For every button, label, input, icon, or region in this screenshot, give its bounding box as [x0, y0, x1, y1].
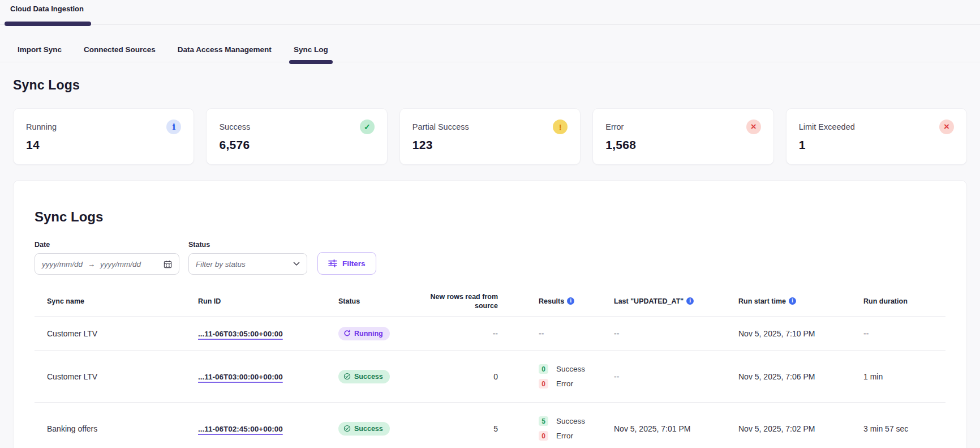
tab-label: Import Sync [18, 45, 62, 54]
card-label: Error [605, 122, 624, 131]
status-badge-label: Success [354, 425, 383, 433]
last-updated-cell: -- [614, 329, 738, 338]
info-icon[interactable]: i [567, 297, 574, 305]
refresh-icon [343, 330, 351, 337]
status-badge: Success [338, 370, 390, 383]
tab-data-access-management[interactable]: Data Access Management [178, 45, 272, 62]
filters-button[interactable]: Filters [317, 252, 376, 275]
success-count-label: Success [556, 417, 585, 425]
date-end-placeholder: yyyy/mm/dd [100, 260, 141, 268]
card-success: Success ✓ 6,576 [206, 108, 387, 165]
card-value: 14 [26, 138, 181, 152]
tab-label: Sync Log [294, 45, 328, 54]
app-tab-cloud-data-ingestion[interactable]: Cloud Data Ingestion [5, 5, 89, 13]
table-row: Customer LTV ...11-06T03:05:00+00:00 Run… [35, 317, 945, 351]
card-label: Success [219, 122, 250, 131]
card-label: Running [26, 122, 57, 131]
card-label: Limit Exceeded [799, 122, 855, 131]
last-updated-cell: -- [614, 372, 738, 381]
new-rows-cell: 5 [422, 424, 501, 433]
status-placeholder: Filter by status [196, 260, 246, 268]
status-badge: Running [338, 327, 390, 340]
check-icon: ✓ [360, 120, 375, 134]
date-filter-group: Date yyyy/mm/dd → yyyy/mm/dd [35, 241, 179, 275]
success-count-label: Success [556, 365, 585, 373]
tab-bar: Import Sync Connected Sources Data Acces… [0, 25, 980, 62]
error-count-chip: 0 [539, 379, 548, 389]
date-range-input[interactable]: yyyy/mm/dd → yyyy/mm/dd [35, 253, 179, 275]
run-start-cell: Nov 5, 2025, 7:02 PM [738, 424, 863, 433]
run-start-cell: Nov 5, 2025, 7:10 PM [738, 329, 863, 338]
sync-name-cell: Customer LTV [35, 329, 198, 338]
run-id-link[interactable]: ...11-06T03:00:00+00:00 [198, 373, 283, 381]
col-last-updated-label: Last "UPDATED_AT" [614, 297, 684, 305]
status-filter-label: Status [188, 241, 307, 249]
sliders-icon [328, 259, 337, 267]
run-duration-cell: 1 min [863, 372, 945, 381]
date-start-placeholder: yyyy/mm/dd [42, 260, 83, 268]
tab-active-indicator [289, 60, 333, 64]
status-filter-group: Status Filter by status [188, 241, 307, 275]
page-title: Sync Logs [13, 78, 980, 93]
warning-icon: ! [553, 120, 568, 134]
filters-row: Date yyyy/mm/dd → yyyy/mm/dd Status [35, 241, 945, 275]
sync-logs-panel: Sync Logs Date yyyy/mm/dd → yyyy/mm/dd [13, 180, 967, 448]
card-error: Error × 1,568 [592, 108, 773, 165]
status-badge-label: Success [354, 373, 383, 381]
table-row: Banking offers ...11-06T02:45:00+00:00 S… [35, 403, 945, 448]
status-badge-label: Running [354, 330, 383, 338]
card-value: 1,568 [605, 138, 760, 152]
col-results: Resultsi [501, 297, 614, 306]
run-duration-cell: 3 min 57 sec [863, 424, 945, 433]
top-bar: Cloud Data Ingestion [0, 0, 980, 25]
col-sync-name: Sync name [35, 297, 198, 306]
card-running: Running i 14 [13, 108, 194, 165]
sync-name-cell: Customer LTV [35, 372, 198, 381]
col-run-duration: Run duration [863, 297, 945, 306]
col-run-start-time: Run start timei [738, 297, 863, 306]
success-count-chip: 0 [539, 364, 548, 374]
new-rows-cell: -- [422, 329, 501, 338]
results-cell: 5 Success 0 Error [501, 416, 614, 441]
run-id-link[interactable]: ...11-06T03:05:00+00:00 [198, 330, 283, 338]
card-label: Partial Success [412, 122, 469, 131]
info-icon[interactable]: i [166, 120, 181, 134]
tab-import-sync[interactable]: Import Sync [18, 45, 62, 62]
success-count-chip: 5 [539, 416, 548, 426]
results-cell: 0 Success 0 Error [501, 364, 614, 389]
calendar-icon[interactable] [164, 260, 172, 268]
status-filter-select[interactable]: Filter by status [188, 253, 307, 275]
tab-sync-log[interactable]: Sync Log [294, 45, 328, 62]
col-run-start-label: Run start time [738, 297, 786, 305]
arrow-right-icon: → [88, 260, 95, 268]
col-new-rows: New rows read from source [422, 293, 501, 310]
col-results-label: Results [539, 297, 564, 305]
card-value: 6,576 [219, 138, 374, 152]
panel-title: Sync Logs [35, 209, 945, 225]
chevron-down-icon [293, 262, 300, 266]
check-circle-icon [343, 373, 351, 380]
last-updated-cell: Nov 5, 2025, 7:01 PM [614, 424, 738, 433]
card-value: 123 [412, 138, 568, 152]
run-duration-cell: -- [863, 329, 945, 338]
run-id-link[interactable]: ...11-06T02:45:00+00:00 [198, 425, 283, 433]
error-count-chip: 0 [539, 431, 548, 441]
card-partial-success: Partial Success ! 123 [399, 108, 581, 165]
tab-connected-sources[interactable]: Connected Sources [84, 45, 156, 62]
info-icon[interactable]: i [789, 297, 796, 305]
error-count-label: Error [556, 432, 573, 440]
table-header-row: Sync name Run ID Status New rows read fr… [35, 289, 945, 317]
date-filter-label: Date [35, 241, 179, 249]
info-icon[interactable]: i [686, 297, 694, 305]
summary-cards: Running i 14 Success ✓ 6,576 Partial Suc… [13, 108, 967, 165]
check-circle-icon [343, 425, 351, 432]
filters-button-label: Filters [342, 259, 366, 268]
error-count-label: Error [556, 379, 573, 388]
error-icon: × [939, 120, 954, 134]
new-rows-cell: 0 [422, 372, 501, 381]
sync-name-cell: Banking offers [35, 424, 198, 433]
status-badge: Success [338, 422, 390, 436]
table-row: Customer LTV ...11-06T03:00:00+00:00 Suc… [35, 351, 945, 403]
run-start-cell: Nov 5, 2025, 7:06 PM [738, 372, 863, 381]
card-limit-exceeded: Limit Exceeded × 1 [786, 108, 967, 165]
